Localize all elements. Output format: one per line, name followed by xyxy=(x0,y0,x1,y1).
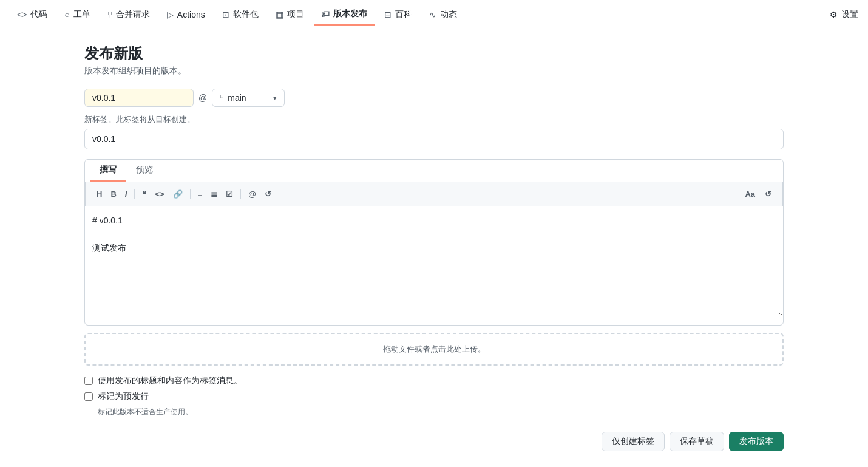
prerelease-checkbox-row: 标记为预发行 xyxy=(84,391,784,402)
projects-icon: ▦ xyxy=(276,10,283,19)
editor-content-area: # v0.0.1 测试发布 xyxy=(85,206,783,318)
save-draft-button[interactable]: 保存草稿 xyxy=(670,432,724,451)
tab-preview[interactable]: 预览 xyxy=(126,160,163,182)
tag-message-checkbox[interactable] xyxy=(84,377,93,385)
nav-item-releases[interactable]: 🏷 版本发布 xyxy=(314,4,375,26)
tag-row: @ ⑂ main main ▾ xyxy=(84,89,784,107)
toolbar-bold-btn[interactable]: B xyxy=(107,187,120,201)
toolbar-quote-btn[interactable]: ❝ xyxy=(138,187,150,201)
toolbar-ul-btn[interactable]: ≡ xyxy=(194,187,206,201)
toolbar-italic-btn[interactable]: I xyxy=(121,187,131,201)
editor-tabs: 撰写 预览 xyxy=(85,160,783,182)
nav-item-projects[interactable]: ▦ 项目 xyxy=(268,4,311,25)
pr-icon: ⑂ xyxy=(107,10,112,19)
toolbar-left: H B I ❝ <> 🔗 ≡ ≣ ☑ @ ↺ xyxy=(93,187,275,201)
toolbar-sep-3 xyxy=(240,189,241,199)
toolbar-link-btn[interactable]: 🔗 xyxy=(169,187,186,201)
code-icon: <> xyxy=(17,10,27,19)
nav-item-code[interactable]: <> 代码 xyxy=(10,4,55,25)
upload-label: 拖动文件或者点击此处上传。 xyxy=(383,344,486,353)
page-title: 发布新版 xyxy=(84,44,784,63)
tag-message-label[interactable]: 使用发布的标题和内容作为标签消息。 xyxy=(98,375,242,386)
main-content: 发布新版 版本发布组织项目的版本。 @ ⑂ main main ▾ 新标签。此标… xyxy=(70,29,798,466)
releases-icon: 🏷 xyxy=(321,9,330,19)
tab-write[interactable]: 撰写 xyxy=(90,160,126,182)
release-title-input[interactable] xyxy=(84,129,784,149)
toolbar-heading-btn[interactable]: H xyxy=(93,187,106,201)
nav-item-pr[interactable]: ⑂ 合并请求 xyxy=(100,4,157,25)
prerelease-label[interactable]: 标记为预发行 xyxy=(98,391,149,402)
page-subtitle: 版本发布组织项目的版本。 xyxy=(84,66,784,77)
toolbar-fontsize-btn[interactable]: Aa xyxy=(741,187,759,201)
toolbar-mention-btn[interactable]: @ xyxy=(245,187,260,201)
actions-icon: ▷ xyxy=(167,10,174,19)
wiki-icon: ⊟ xyxy=(384,10,392,19)
toolbar-sep-2 xyxy=(190,189,191,199)
toolbar-sep-1 xyxy=(134,189,135,199)
editor-textarea[interactable]: # v0.0.1 测试发布 xyxy=(85,206,783,316)
editor-outer: 撰写 预览 H B I ❝ <> 🔗 ≡ ≣ ☑ @ ↺ Aa xyxy=(84,159,784,326)
publish-button[interactable]: 发布版本 xyxy=(729,432,784,451)
prerelease-sublabel: 标记此版本不适合生产使用。 xyxy=(98,407,784,417)
nav-bar: <> 代码 ○ 工单 ⑂ 合并请求 ▷ Actions ⊡ 软件包 ▦ 项目 🏷… xyxy=(0,0,868,29)
toolbar-code-btn[interactable]: <> xyxy=(151,187,168,201)
toolbar-reference-btn[interactable]: ↺ xyxy=(261,187,275,201)
actions-row: 仅创建标签 保存草稿 发布版本 xyxy=(84,432,784,451)
tag-message-checkbox-row: 使用发布的标题和内容作为标签消息。 xyxy=(84,375,784,386)
tag-input[interactable] xyxy=(84,89,194,107)
packages-icon: ⊡ xyxy=(222,10,229,19)
settings-icon: ⚙ xyxy=(830,10,838,19)
at-symbol: @ xyxy=(198,93,207,103)
prerelease-checkbox[interactable] xyxy=(84,392,93,401)
nav-item-issues[interactable]: ○ 工单 xyxy=(57,4,97,25)
new-tag-label: 新标签。此标签将从目标创建。 xyxy=(84,114,784,125)
settings-nav-item[interactable]: ⚙ 设置 xyxy=(830,9,858,20)
nav-item-actions[interactable]: ▷ Actions xyxy=(160,5,212,24)
editor-toolbar: H B I ❝ <> 🔗 ≡ ≣ ☑ @ ↺ Aa ↺ xyxy=(85,182,783,206)
create-tag-button[interactable]: 仅创建标签 xyxy=(602,432,665,451)
toolbar-wrap-btn[interactable]: ↺ xyxy=(761,187,775,201)
issues-icon: ○ xyxy=(64,10,69,19)
toolbar-right: Aa ↺ xyxy=(741,187,775,201)
activity-icon: ∿ xyxy=(429,10,436,19)
toolbar-task-btn[interactable]: ☑ xyxy=(222,187,237,201)
toolbar-ol-btn[interactable]: ≣ xyxy=(207,187,221,201)
nav-item-wiki[interactable]: ⊟ 百科 xyxy=(377,4,419,25)
upload-zone[interactable]: 拖动文件或者点击此处上传。 xyxy=(84,333,784,366)
nav-item-activity[interactable]: ∿ 动态 xyxy=(422,4,464,25)
nav-item-packages[interactable]: ⊡ 软件包 xyxy=(215,4,266,25)
branch-select[interactable]: ⑂ main main ▾ xyxy=(212,89,285,107)
